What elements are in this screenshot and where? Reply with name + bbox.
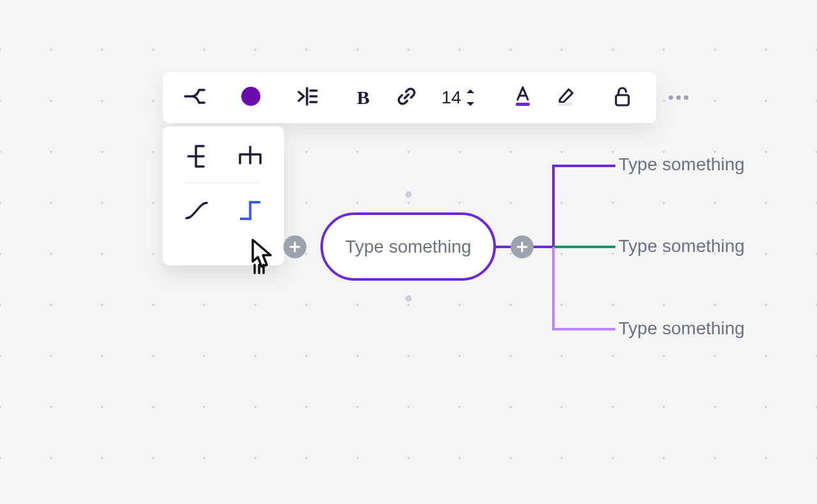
child-node-3[interactable]: Type something xyxy=(618,318,745,339)
branch-icon xyxy=(184,87,206,108)
tree-right-icon xyxy=(184,144,209,169)
central-node[interactable]: Type something xyxy=(320,212,496,281)
add-left-button[interactable] xyxy=(283,235,306,258)
child-node-1[interactable]: Type something xyxy=(618,154,745,175)
link-icon xyxy=(397,87,416,108)
curve-icon xyxy=(184,200,209,221)
svg-point-4 xyxy=(669,96,673,100)
canvas[interactable]: B 14 xyxy=(0,0,817,504)
svg-point-5 xyxy=(677,96,681,100)
text-color-icon xyxy=(513,85,532,110)
central-node-placeholder: Type something xyxy=(345,237,472,257)
bold-icon: B xyxy=(357,87,370,108)
text-color-button[interactable] xyxy=(504,78,542,117)
add-right-button[interactable] xyxy=(511,235,534,258)
layout-tree-right-option[interactable] xyxy=(181,140,213,172)
svg-rect-1 xyxy=(516,103,530,106)
connector-elbow-option[interactable] xyxy=(234,195,266,226)
chevron-up-icon[interactable] xyxy=(465,88,476,94)
svg-rect-3 xyxy=(616,95,629,105)
unlock-icon xyxy=(613,86,631,109)
tree-down-icon xyxy=(237,144,263,168)
highlight-button[interactable] xyxy=(547,78,585,117)
highlight-icon xyxy=(556,85,576,110)
layout-tree-down-option[interactable] xyxy=(234,140,266,172)
shape-color-button[interactable] xyxy=(232,78,270,117)
chevron-down-icon[interactable] xyxy=(465,101,476,107)
svg-point-0 xyxy=(241,87,260,106)
plus-icon xyxy=(289,241,301,253)
svg-point-6 xyxy=(684,96,689,100)
formatting-toolbar: B 14 xyxy=(163,72,656,123)
bold-button[interactable]: B xyxy=(344,78,382,117)
link-button[interactable] xyxy=(387,78,426,117)
more-icon xyxy=(668,92,689,103)
font-size-control[interactable]: 14 xyxy=(431,78,486,117)
font-size-value: 14 xyxy=(441,87,461,108)
shape-color-icon xyxy=(241,86,261,109)
more-button[interactable] xyxy=(659,78,698,117)
lock-button[interactable] xyxy=(603,78,641,117)
elbow-icon xyxy=(237,200,263,221)
plus-icon xyxy=(516,241,528,253)
align-button[interactable] xyxy=(288,78,326,117)
child-node-placeholder: Type something xyxy=(618,318,745,338)
child-node-placeholder: Type something xyxy=(618,236,745,256)
svg-rect-2 xyxy=(558,103,573,106)
child-node-2[interactable]: Type something xyxy=(618,236,745,256)
branch-style-dropdown xyxy=(163,126,284,265)
node-anchor-top[interactable] xyxy=(405,191,412,198)
connector-curve-option[interactable] xyxy=(181,195,213,226)
branch-style-button[interactable] xyxy=(176,78,214,117)
font-size-spinner[interactable] xyxy=(465,88,476,107)
node-anchor-bottom[interactable] xyxy=(405,295,412,302)
align-icon xyxy=(296,87,318,108)
child-node-placeholder: Type something xyxy=(618,154,745,174)
dropdown-divider xyxy=(186,182,261,183)
